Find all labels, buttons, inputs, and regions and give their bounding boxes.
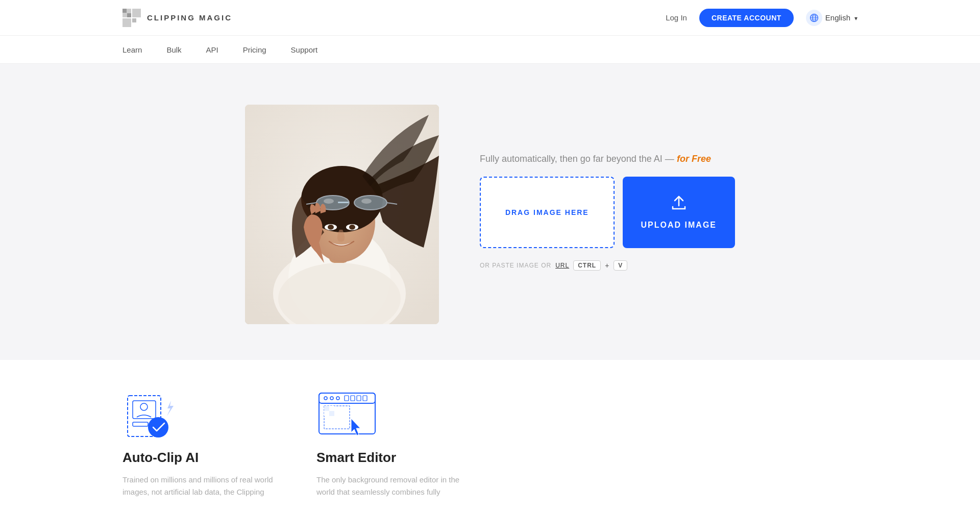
url-link[interactable]: URL [555,262,569,269]
svg-point-22 [324,199,334,204]
paste-prefix: OR PASTE IMAGE OR [480,262,551,269]
svg-rect-48 [329,411,334,416]
smart-editor-title: Smart Editor [316,450,470,466]
logo-icon [122,9,141,27]
chevron-down-icon [853,13,857,22]
hero-image-container [245,105,439,319]
globe-icon [806,10,822,26]
upload-icon [671,194,687,214]
create-account-button[interactable]: CREATE ACCOUNT [699,9,794,27]
svg-point-29 [349,225,355,230]
log-in-button[interactable]: Log In [666,13,687,22]
v-key-badge: V [614,260,627,271]
svg-point-37 [324,397,327,400]
hero-right: Fully automatically, then go far beyond … [480,154,735,271]
auto-clip-ai-icon-container [122,391,184,442]
svg-rect-42 [357,396,361,401]
nav-item-pricing[interactable]: Pricing [243,45,266,54]
logo-text: CLIPPING MAGIC [147,13,232,22]
auto-clip-ai-icon [122,391,184,442]
upload-image-button[interactable]: UPLOAD IMAGE [623,177,735,248]
nav-item-learn[interactable]: Learn [122,45,142,54]
svg-rect-1 [132,9,141,17]
svg-rect-6 [132,18,136,22]
hero-photo-svg [245,105,439,324]
svg-rect-47 [324,411,329,416]
drag-label: DRAG IMAGE HERE [505,208,589,216]
features-section: Auto-Clip AI Trained on millions and mil… [0,360,980,511]
feature-auto-clip-ai: Auto-Clip AI Trained on millions and mil… [122,391,276,498]
svg-point-39 [336,397,339,400]
nav-item-support[interactable]: Support [291,45,318,54]
drag-drop-zone[interactable]: DRAG IMAGE HERE [480,177,615,248]
upload-label: UPLOAD IMAGE [641,221,717,230]
svg-rect-45 [324,406,329,411]
hero-subtitle: Fully automatically, then go far beyond … [480,154,735,164]
svg-rect-2 [122,18,131,27]
main-nav: Learn Bulk API Pricing Support [0,36,980,64]
svg-rect-41 [351,396,355,401]
plus-sign: + [605,261,609,270]
svg-rect-5 [127,13,131,17]
hero-image [245,105,439,324]
free-label: for Free [677,154,711,164]
logo: CLIPPING MAGIC [122,9,232,27]
header-right: Log In CREATE ACCOUNT English [666,9,857,27]
feature-smart-editor: Smart Editor The only background removal… [316,391,470,498]
upload-area: DRAG IMAGE HERE UPLOAD IMAGE [480,177,735,248]
svg-rect-46 [329,406,334,411]
language-selector[interactable]: English [806,10,857,26]
svg-rect-43 [363,396,367,401]
paste-row: OR PASTE IMAGE OR URL CTRL + V [480,260,735,271]
svg-rect-34 [133,422,148,426]
hero-section: Fully automatically, then go far beyond … [0,64,980,360]
nav-item-api[interactable]: API [206,45,218,54]
svg-rect-4 [122,9,127,13]
svg-point-28 [328,225,334,230]
language-label: English [825,13,850,22]
smart-editor-desc: The only background removal editor in th… [316,474,470,498]
subtitle-text: Fully automatically, then go far beyond … [480,154,674,164]
ctrl-key-badge: CTRL [573,260,601,271]
svg-point-32 [140,403,148,410]
svg-point-38 [330,397,333,400]
smart-editor-icon [316,391,378,442]
svg-point-33 [148,417,168,437]
header: CLIPPING MAGIC Log In CREATE ACCOUNT Eng… [0,0,980,36]
auto-clip-ai-title: Auto-Clip AI [122,450,276,466]
svg-point-23 [361,199,372,204]
smart-editor-icon-container [316,391,378,442]
svg-rect-40 [345,396,349,401]
nav-item-bulk[interactable]: Bulk [166,45,181,54]
auto-clip-ai-desc: Trained on millions and millions of real… [122,474,276,498]
